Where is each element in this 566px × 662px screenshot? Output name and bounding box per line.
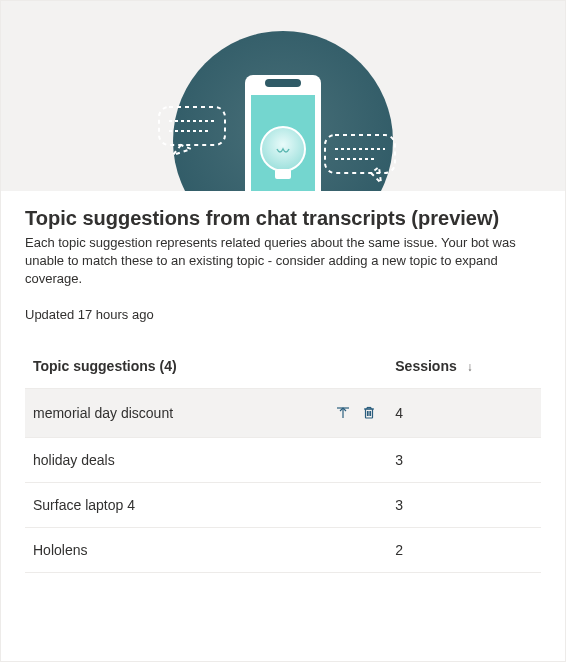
row-actions (310, 482, 387, 527)
table-row[interactable]: holiday deals3 (25, 437, 541, 482)
sessions-count: 2 (387, 527, 541, 572)
suggestion-name: Hololens (25, 527, 310, 572)
column-header-sessions[interactable]: Sessions ↓ (387, 344, 541, 389)
svg-rect-3 (265, 79, 301, 87)
add-topic-icon[interactable] (333, 403, 353, 423)
sessions-count: 3 (387, 437, 541, 482)
suggestions-table: Topic suggestions (4) Sessions ↓ memoria… (25, 344, 541, 573)
table-header-row: Topic suggestions (4) Sessions ↓ (25, 344, 541, 389)
column-header-name-label: Topic suggestions (4) (33, 358, 177, 374)
topic-suggestions-card: Topic suggestions from chat transcripts … (0, 0, 566, 662)
row-actions (310, 437, 387, 482)
header-content: Topic suggestions from chat transcripts … (1, 191, 565, 330)
table-row[interactable]: memorial day discount4 (25, 388, 541, 437)
suggestions-table-wrap: Topic suggestions (4) Sessions ↓ memoria… (1, 330, 565, 573)
lightbulb-phone-illustration (103, 1, 463, 191)
column-header-name[interactable]: Topic suggestions (4) (25, 344, 387, 389)
table-body: memorial day discount4holiday deals3Surf… (25, 388, 541, 572)
sort-descending-icon: ↓ (467, 360, 473, 374)
hero-illustration (1, 1, 565, 191)
table-row[interactable]: Surface laptop 43 (25, 482, 541, 527)
card-title: Topic suggestions from chat transcripts … (25, 207, 541, 230)
card-description: Each topic suggestion represents related… (25, 234, 541, 289)
updated-timestamp: Updated 17 hours ago (25, 307, 541, 322)
table-row[interactable]: Hololens2 (25, 527, 541, 572)
delete-icon[interactable] (359, 403, 379, 423)
sessions-count: 4 (387, 388, 541, 437)
column-header-sessions-label: Sessions (395, 358, 456, 374)
row-actions (310, 527, 387, 572)
sessions-count: 3 (387, 482, 541, 527)
suggestion-name: Surface laptop 4 (25, 482, 310, 527)
suggestion-name: holiday deals (25, 437, 310, 482)
row-actions (310, 388, 387, 437)
svg-rect-5 (275, 169, 291, 179)
suggestion-name: memorial day discount (25, 388, 310, 437)
